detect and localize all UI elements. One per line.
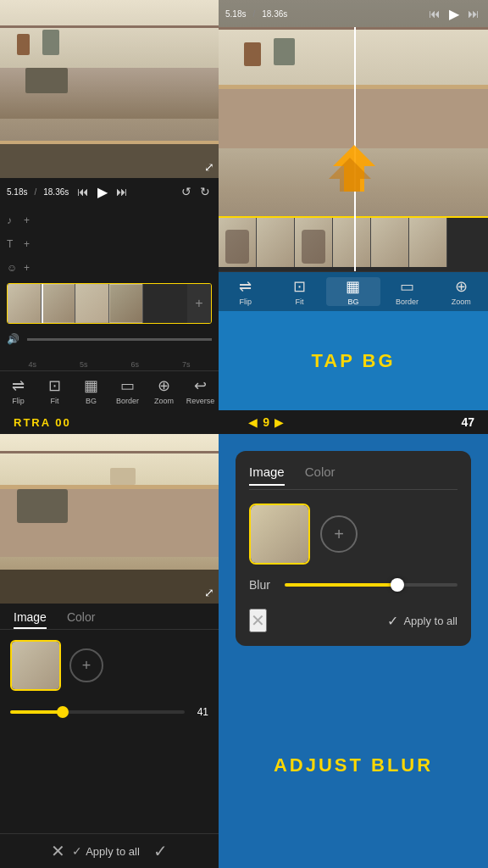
border-button[interactable]: ▭ Border — [109, 376, 146, 405]
tab-color[interactable]: Color — [67, 610, 95, 629]
pot-decoration — [17, 34, 30, 55]
strip-thumb-3 — [75, 284, 109, 323]
flip-button[interactable]: ⇌ Flip — [0, 376, 36, 405]
tr-border-button[interactable]: ▭ Border — [380, 277, 435, 306]
navigation-arrows: ◀ 9 ▶ — [248, 415, 284, 429]
br-apply-to-all-group[interactable]: ✓ Apply to all — [387, 613, 458, 629]
kitchen-scene-top-left — [0, 0, 219, 178]
bl-confirm-button[interactable]: ✓ — [153, 841, 168, 861]
tr-mini-thumb-3 — [295, 218, 333, 267]
tr-fit-icon: ⊡ — [293, 277, 306, 296]
bl-apply-to-all-label: Apply to all — [86, 845, 140, 858]
add-sticker-icon[interactable]: + — [24, 262, 30, 274]
fit-button[interactable]: ⊡ Fit — [36, 376, 73, 405]
right-number: 47 — [461, 415, 474, 429]
tr-mini-thumb-1 — [219, 218, 257, 267]
tr-video-area: 5.18s / 18.36s ⏮ ▶ ⏭ — [219, 0, 488, 271]
bl-thumb-inner — [12, 642, 59, 689]
add-text-icon[interactable]: + — [24, 238, 30, 250]
bl-add-image-button[interactable]: + — [69, 648, 103, 682]
fit-icon: ⊡ — [48, 376, 61, 395]
arrow-overlay — [329, 145, 380, 195]
br-apply-to-all-label: Apply to all — [403, 615, 458, 627]
panel-top-left: ⤢ 5.18s / 18.36s ⏮ ▶ ⏭ ↺ ↻ ♪ + — [0, 0, 219, 410]
bl-expand-icon[interactable]: ⤢ — [204, 586, 214, 599]
timeline-tracks: ♪ + T + ☺ + — [0, 205, 219, 355]
bl-slider-fill — [10, 710, 63, 714]
tl-time-current: 5.18s — [7, 187, 27, 197]
segment-number: 9 — [263, 415, 269, 429]
bl-slider-thumb[interactable] — [57, 706, 69, 718]
br-image-thumb[interactable] — [249, 504, 310, 565]
bl-tabs: Image Color — [0, 604, 219, 630]
br-tab-color[interactable]: Color — [305, 465, 336, 482]
br-blur-row: Blur — [249, 578, 458, 592]
video-strip[interactable]: + — [7, 283, 212, 324]
skip-back-button[interactable]: ⏮ — [75, 183, 91, 200]
arrow-right-icon[interactable]: ▶ — [274, 415, 284, 429]
tr-zoom-button[interactable]: ⊕ Zoom — [434, 277, 488, 306]
bl-container2 — [110, 468, 136, 485]
tab-image[interactable]: Image — [14, 610, 47, 629]
tr-bg-button[interactable]: ▦ BG — [326, 277, 380, 306]
tr-playback-toolbar: 5.18s / 18.36s ⏮ ▶ ⏭ — [219, 0, 488, 27]
tr-border-label: Border — [396, 298, 419, 306]
tr-border-icon: ▭ — [400, 277, 414, 296]
br-cancel-button[interactable]: ✕ — [249, 609, 267, 632]
tr-bg-label: BG — [347, 298, 358, 306]
strip-thumb-4 — [109, 284, 143, 323]
bl-apply-to-all-group[interactable]: ✓ Apply to all — [72, 844, 140, 858]
reverse-button[interactable]: ↩ Reverse — [182, 376, 219, 405]
tr-timeline-strip — [219, 216, 488, 271]
reverse-label: Reverse — [186, 397, 215, 405]
bg-button[interactable]: ▦ BG — [73, 376, 109, 405]
br-tab-image[interactable]: Image — [249, 465, 285, 482]
top-row: ⤢ 5.18s / 18.36s ⏮ ▶ ⏭ ↺ ↻ ♪ + — [0, 0, 488, 410]
zoom-button[interactable]: ⊕ Zoom — [146, 376, 182, 405]
volume-icon: 🔊 — [7, 333, 20, 345]
panel-bottom-left: ⤢ Image Color + — [0, 434, 219, 868]
tr-skip-back-button[interactable]: ⏮ — [427, 5, 442, 22]
panel-top-right: 5.18s / 18.36s ⏮ ▶ ⏭ — [219, 0, 488, 410]
br-actions: ✕ ✓ Apply to all — [249, 605, 458, 632]
tr-flip-button[interactable]: ⇌ Flip — [219, 277, 273, 306]
border-icon: ▭ — [120, 376, 135, 395]
track-music: ♪ + — [0, 209, 219, 232]
tr-fit-button[interactable]: ⊡ Fit — [273, 277, 327, 306]
play-button[interactable]: ▶ — [97, 184, 108, 200]
undo-button[interactable]: ↺ — [180, 183, 193, 200]
br-slider-thumb[interactable] — [391, 578, 404, 592]
br-blur-slider[interactable] — [285, 583, 458, 587]
br-thumb-inner — [251, 505, 308, 563]
bg-label: BG — [86, 397, 97, 405]
ruler-5s: 5s — [58, 360, 110, 369]
tr-mini-thumb-2 — [257, 218, 295, 267]
tr-time-current: 5.18s — [225, 9, 246, 19]
add-clip-button[interactable]: + — [187, 284, 211, 323]
tl-time-total: 18.36s — [43, 187, 69, 197]
expand-icon[interactable]: ⤢ — [204, 160, 214, 174]
tr-mini-thumb-6 — [409, 218, 447, 267]
tr-time-total: 18.36s — [262, 9, 287, 19]
arrow-left-icon[interactable]: ◀ — [248, 415, 258, 429]
zoom-icon: ⊕ — [158, 376, 170, 395]
bg-icon: ▦ — [84, 376, 98, 395]
add-music-icon[interactable]: + — [24, 214, 30, 226]
bottom-row: ⤢ Image Color + — [0, 434, 488, 868]
tr-play-button[interactable]: ▶ — [449, 6, 459, 22]
bl-blur-slider[interactable] — [10, 710, 185, 714]
bl-image-thumb[interactable] — [10, 640, 61, 691]
tl-bottom-icons: ⇌ Flip ⊡ Fit ▦ BG ▭ Border ⊕ Zoom — [0, 370, 219, 410]
music-icon: ♪ — [7, 214, 20, 226]
bl-kitchen-scene — [0, 434, 219, 604]
tr-skip-forward-button[interactable]: ⏭ — [466, 5, 481, 22]
redo-button[interactable]: ↻ — [198, 183, 212, 200]
tr-fit-label: Fit — [295, 298, 303, 306]
br-add-image-button[interactable]: + — [320, 515, 358, 553]
timeline-ruler: 4s 5s 6s 7s — [0, 355, 219, 370]
bl-cancel-button[interactable]: ✕ — [51, 841, 65, 861]
tr-counter — [219, 89, 488, 148]
skip-forward-button[interactable]: ⏭ — [114, 183, 130, 200]
br-slider-fill — [285, 583, 397, 587]
tr-shelf — [219, 27, 488, 30]
